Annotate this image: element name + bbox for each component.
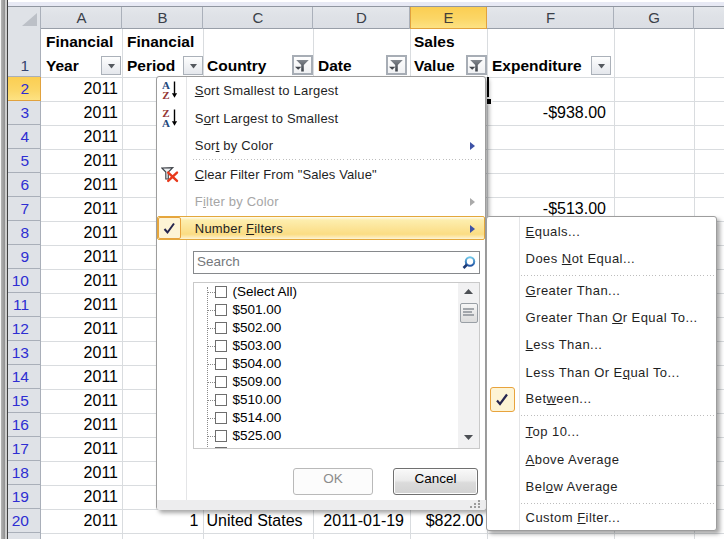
svg-text:Z: Z	[162, 89, 169, 101]
svg-text:A: A	[162, 116, 170, 128]
